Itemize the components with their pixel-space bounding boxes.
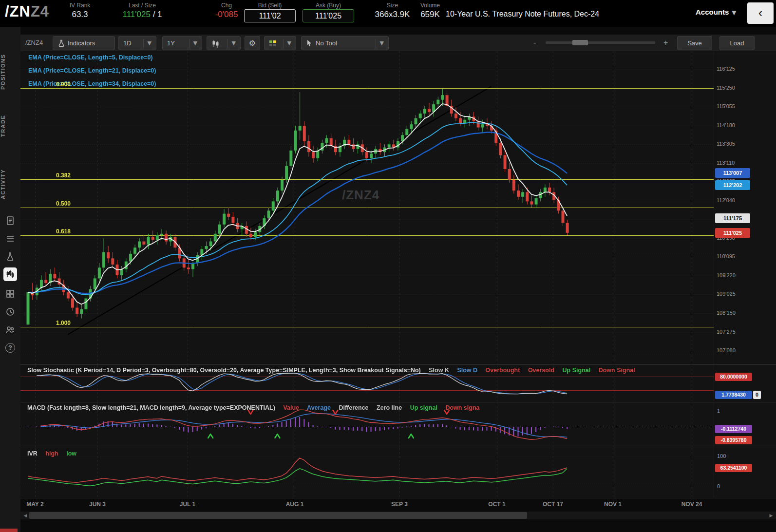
stochastic-value-badge: 1.7738430	[715, 391, 752, 399]
macd-axis: 1 -0.1112740-0.8395780	[714, 402, 776, 448]
ivr-axis-bottom: 0	[717, 483, 720, 489]
volume-label: Volume	[413, 2, 447, 9]
scrollbar-thumb[interactable]	[29, 512, 527, 519]
bid-button[interactable]: 111'02	[244, 9, 296, 22]
price-axis-label: 107'080	[717, 347, 736, 353]
stochastic-value-badge: 80.0000000	[715, 373, 752, 381]
scroll-right-button[interactable]: ▶	[767, 512, 775, 519]
layout-dropdown[interactable]: ▼	[264, 36, 296, 50]
sidebar-tab-positions[interactable]: POSITIONS	[0, 41, 20, 102]
volume-stat: Volume 659K	[413, 0, 447, 27]
symbol-root: /ZN	[5, 3, 31, 20]
chart-toolbar: /ZNZ4 Indicators 1D▼ 1Y▼ ▼ ⚙ ▼ No Tool▼ …	[20, 35, 776, 51]
chevron-down-icon: ▼	[143, 39, 151, 48]
symbol-series: Z4	[31, 3, 49, 20]
stochastic-value-badge: 0	[753, 391, 761, 399]
save-button[interactable]: Save	[677, 36, 712, 50]
size-label: Size	[369, 2, 416, 9]
flask-icon[interactable]	[4, 250, 17, 263]
zoom-out-button[interactable]: -	[533, 38, 536, 47]
main-chart-panel: /ZNZ4 EMA (Price=CLOSE, Length=5, Displa…	[20, 51, 776, 364]
time-axis-label: MAY 2	[20, 501, 50, 508]
macd-title[interactable]: MACD (Fast length=8, Slow length=21, MAC…	[27, 404, 275, 411]
drawing-tool-dropdown[interactable]: No Tool▼	[301, 36, 389, 50]
ivr-title[interactable]: IVR	[27, 450, 38, 457]
scroll-left-button[interactable]: ◀	[21, 512, 29, 519]
ema34-legend[interactable]: EMA (Price=CLOSE, Length=34, Displace=0)	[28, 80, 156, 94]
trading-platform: /ZNZ4 IV Rank 63.3 Last / Size 111'025 /…	[0, 0, 776, 532]
zoom-slider-handle[interactable]	[572, 40, 588, 45]
list-icon[interactable]	[4, 232, 17, 245]
chart-icon[interactable]	[3, 267, 17, 281]
zoom-in-button[interactable]: +	[663, 38, 668, 47]
time-axis-label: AUG 1	[280, 501, 309, 508]
load-button[interactable]: Load	[719, 36, 755, 50]
ivr-label-row: IVR high low	[27, 450, 709, 457]
flask-icon	[57, 39, 65, 47]
help-icon[interactable]: ?	[4, 342, 17, 354]
chevron-down-icon: ▼	[283, 39, 291, 48]
period-dropdown[interactable]: 1D▼	[118, 36, 156, 50]
indicators-button[interactable]: Indicators	[53, 36, 115, 50]
ask-button[interactable]: 111'025	[303, 9, 354, 22]
legend-down-signal: Down Signal	[599, 367, 635, 374]
change-stat: Chg -0'085	[205, 0, 248, 27]
price-axis-label: 114'180	[717, 122, 735, 128]
chevron-down-icon: ▼	[227, 39, 236, 48]
ema5-legend[interactable]: EMA (Price=CLOSE, Length=5, Displace=0)	[28, 54, 156, 67]
legend-up-signal: Up Signal	[563, 367, 591, 374]
ask-stat: Ask (Buy) 111'025	[301, 0, 356, 27]
macd-axis-label: 1	[717, 408, 720, 414]
price-axis-label: 115'250	[717, 85, 735, 91]
quote-header: /ZNZ4 IV Rank 63.3 Last / Size 111'025 /…	[0, 0, 776, 27]
time-axis-label: JUN 3	[83, 501, 112, 508]
stochastic-label-row: Slow Stochastic (K Period=14, D Period=3…	[27, 367, 709, 374]
sidebar-tab-trade[interactable]: TRADE	[0, 104, 20, 148]
ivr-axis: 100 0 63.2541100	[714, 448, 776, 498]
change-label: Chg	[205, 2, 248, 9]
price-badge: 111'025	[715, 228, 750, 238]
accounts-menu[interactable]: Accounts▼	[696, 8, 737, 16]
zoom-slider[interactable]	[546, 41, 655, 44]
collapse-panel-button[interactable]: ‹	[747, 2, 774, 24]
document-icon[interactable]	[4, 214, 17, 227]
left-sidebar: POSITIONS TRADE ACTIVITY ?	[0, 27, 20, 532]
macd-value-badge: -0.8395780	[715, 436, 752, 444]
legend-overbought: Overbought	[486, 367, 520, 374]
time-axis-label: NOV 1	[598, 501, 627, 508]
history-icon[interactable]	[4, 305, 17, 318]
legend-down-signal: Down signa	[445, 404, 479, 411]
change-value: -0'085	[205, 10, 248, 19]
macd-label-row: MACD (Fast length=8, Slow length=21, MAC…	[27, 404, 709, 411]
grid-icon[interactable]	[4, 287, 17, 300]
ivr-axis-top: 100	[717, 453, 726, 459]
people-icon[interactable]	[4, 323, 17, 336]
legend-average: Average	[307, 404, 331, 411]
chart-settings-button[interactable]: ⚙	[245, 36, 260, 50]
chevron-down-icon: ▼	[732, 9, 736, 16]
fib-level-label: 1.000	[56, 320, 71, 326]
range-dropdown[interactable]: 1Y▼	[162, 36, 202, 50]
ema21-legend[interactable]: EMA (Price=CLOSE, Length=21, Displace=0)	[28, 67, 156, 80]
price-axis[interactable]: 116'125115'250115'055114'180113'305113'1…	[714, 51, 776, 364]
fib-level-label: 0.382	[56, 172, 71, 179]
price-axis-label: 107'275	[717, 329, 736, 335]
time-axis-label: OCT 1	[482, 501, 511, 508]
chart-type-dropdown[interactable]: ▼	[207, 36, 241, 50]
last-size-stat: Last / Size 111'025 / 1	[111, 0, 173, 27]
time-axis-label: OCT 17	[538, 501, 568, 508]
legend-oversold: Oversold	[528, 367, 554, 374]
stochastic-axis: 80.00000001.77384300	[714, 365, 776, 402]
legend-slow-d: Slow D	[457, 367, 477, 374]
cursor-icon	[306, 39, 313, 47]
sidebar-tab-activity[interactable]: ACTIVITY	[0, 157, 20, 211]
layout-grid-icon	[269, 39, 277, 47]
chart-symbol-label: /ZNZ4	[25, 39, 43, 46]
price-chart-canvas[interactable]	[20, 51, 714, 364]
chevron-down-icon: ▼	[376, 39, 384, 48]
macd-value-badge: -0.1112740	[715, 425, 752, 433]
chart-horizontal-scrollbar[interactable]: ◀ ▶	[20, 512, 776, 519]
footer-accent	[0, 529, 18, 532]
legend-value: Value	[283, 404, 299, 411]
stochastic-title[interactable]: Slow Stochastic (K Period=14, D Period=3…	[27, 367, 421, 374]
